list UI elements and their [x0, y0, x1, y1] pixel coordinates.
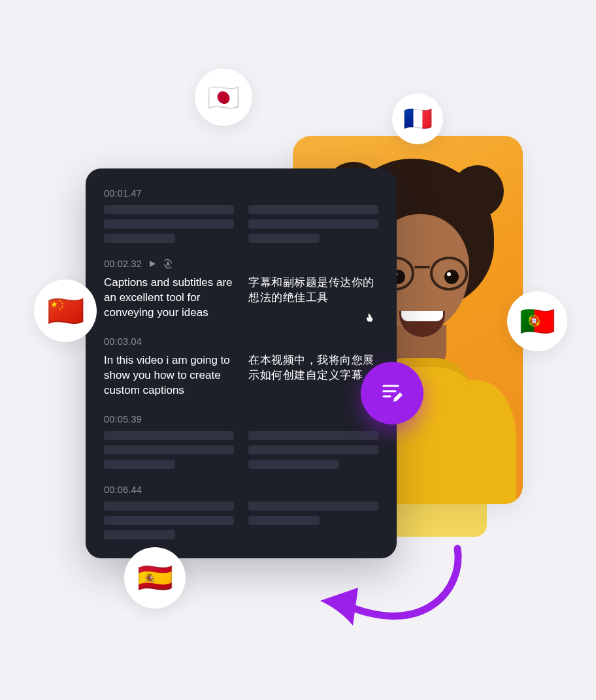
flag-es-icon: 🇪🇸 [137, 564, 173, 592]
arrow-icon [307, 542, 477, 653]
timestamp: 00:05.39 [104, 414, 142, 424]
edit-captions-icon [377, 377, 407, 409]
flag-france: 🇫🇷 [392, 93, 443, 144]
pointer-cursor-icon [364, 313, 376, 325]
caption-placeholder-right [248, 431, 378, 469]
caption-row[interactable]: 00:03.04 In this video i am going to sho… [104, 336, 378, 398]
caption-placeholder-left [104, 501, 234, 539]
flag-china: 🇨🇳 [34, 279, 97, 342]
caption-text-zh[interactable]: 在本视频中，我将向您展示如何创建自定义字幕 [248, 353, 378, 398]
play-icon[interactable] [148, 260, 156, 268]
caption-editor-panel: 00:01.47 00:02.32 [86, 168, 397, 558]
flag-portugal: 🇵🇹 [507, 291, 567, 351]
caption-text-en[interactable]: Captions and subtitles are an excellent … [104, 276, 234, 321]
timestamp: 00:02.32 [104, 259, 142, 269]
flag-spain: 🇪🇸 [124, 547, 186, 609]
flag-pt-icon: 🇵🇹 [520, 307, 555, 336]
auto-a-icon[interactable] [163, 259, 173, 269]
caption-placeholder-left [104, 431, 234, 469]
timestamp: 00:01.47 [104, 188, 142, 199]
flag-japan: 🇯🇵 [195, 69, 252, 126]
timestamp: 00:03.04 [104, 336, 142, 347]
caption-row-active[interactable]: 00:02.32 Captions and subtitles are an e… [104, 259, 378, 321]
caption-placeholder-right [248, 205, 378, 243]
caption-row: 00:06.44 [104, 485, 378, 539]
flag-fr-icon: 🇫🇷 [403, 107, 433, 131]
caption-placeholder-left [104, 205, 234, 243]
flag-jp-icon: 🇯🇵 [207, 84, 240, 110]
timestamp: 00:06.44 [104, 485, 142, 495]
edit-captions-button[interactable] [361, 362, 423, 424]
caption-text-en[interactable]: In this video i am going to show you how… [104, 353, 234, 398]
caption-row: 00:05.39 [104, 414, 378, 469]
flag-cn-icon: 🇨🇳 [47, 296, 84, 326]
caption-row: 00:01.47 [104, 188, 378, 243]
caption-text-zh[interactable]: 字幕和副标题是传达你的想法的绝佳工具 [248, 276, 378, 321]
promo-composition: 00:01.47 00:02.32 [0, 0, 596, 700]
caption-placeholder-right [248, 501, 378, 539]
